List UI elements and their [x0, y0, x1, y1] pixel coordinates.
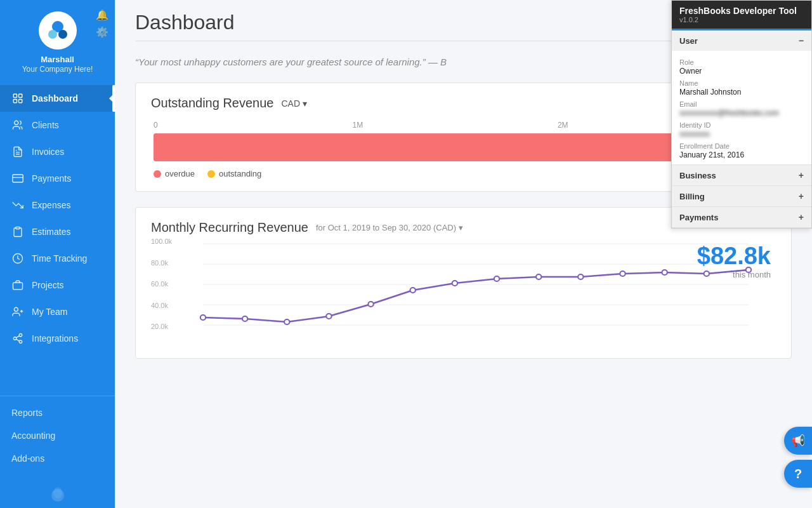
- svg-rect-14: [13, 283, 23, 290]
- svg-point-31: [200, 315, 206, 320]
- sidebar-item-reports[interactable]: Reports: [0, 401, 115, 424]
- sidebar-item-clients[interactable]: Clients: [0, 112, 115, 138]
- sidebar-item-label: Projects: [32, 280, 64, 290]
- overdue-label: overdue: [165, 169, 195, 178]
- svg-point-24: [53, 487, 62, 498]
- mrr-date-text: for Oct 1, 2019 to Sep 30, 2020 (CAD): [316, 223, 456, 232]
- dev-payments-header[interactable]: Payments +: [672, 207, 811, 227]
- dev-panel-version: v1.0.2: [679, 16, 804, 23]
- overdue-dot: [154, 170, 161, 178]
- sidebar-item-invoices[interactable]: Invoices: [0, 138, 115, 165]
- name-value: Marshall Johnston: [679, 88, 804, 97]
- sidebar-item-my-team[interactable]: My Team: [0, 298, 115, 325]
- company-logo[interactable]: [39, 11, 77, 50]
- svg-point-39: [536, 274, 541, 279]
- dev-business-label: Business: [679, 171, 716, 180]
- sidebar-item-label: Time Tracking: [32, 253, 87, 264]
- clipboard-icon: [11, 225, 24, 238]
- mrr-title: Monthly Recurring Revenue: [151, 220, 308, 235]
- sidebar-item-expenses[interactable]: Expenses: [0, 192, 115, 218]
- dev-payments-section: Payments +: [672, 207, 811, 228]
- mrr-date-range: for Oct 1, 2019 to Sep 30, 2020 (CAD) ▾: [316, 223, 463, 232]
- outstanding-revenue-title: Outstanding Revenue: [151, 96, 273, 110]
- sidebar-bottom-label: Add-ons: [11, 453, 44, 464]
- freshbooks-leaf: [0, 480, 115, 508]
- quote-text: “Your most unhappy customers are your gr…: [135, 57, 447, 67]
- settings-icon[interactable]: ⚙️: [96, 26, 108, 38]
- dev-tool-panel: FreshBooks Developer Tool v1.0.2 User − …: [671, 0, 812, 229]
- announce-fab[interactable]: 📢: [784, 427, 812, 455]
- svg-point-38: [494, 276, 499, 281]
- dev-billing-section: Billing +: [672, 186, 811, 207]
- main-nav: Dashboard Clients Invoices Payments: [0, 83, 115, 396]
- page-title: Dashboard: [135, 11, 235, 34]
- currency-label: CAD: [281, 98, 300, 109]
- svg-point-34: [326, 314, 331, 319]
- user-name: Marshall: [41, 55, 74, 65]
- sidebar-item-accounting[interactable]: Accounting: [0, 424, 115, 447]
- outstanding-label: outstanding: [219, 169, 261, 178]
- chevron-down-icon: ▾: [459, 223, 463, 232]
- company-name: Your Company Here!: [22, 65, 93, 74]
- svg-point-33: [284, 319, 289, 324]
- mrr-amount: $82.8k: [697, 243, 771, 270]
- dev-payments-label: Payments: [679, 213, 718, 222]
- sidebar-item-time-tracking[interactable]: Time Tracking: [0, 245, 115, 272]
- outstanding-dot: [207, 170, 215, 178]
- svg-point-36: [410, 288, 416, 293]
- dev-billing-header[interactable]: Billing +: [672, 186, 811, 206]
- sidebar: 🔔 ⚙️ Marshall Your Company Here! Dashboa…: [0, 0, 115, 508]
- sidebar-item-dashboard[interactable]: Dashboard: [0, 85, 115, 112]
- sidebar-item-payments[interactable]: Payments: [0, 165, 115, 192]
- enrollment-date-value: January 21st, 2016: [679, 150, 804, 159]
- help-icon: ?: [794, 467, 802, 481]
- svg-point-42: [662, 270, 667, 275]
- identity-id-label: Identity ID: [679, 121, 804, 129]
- sidebar-item-integrations[interactable]: Integrations: [0, 325, 115, 352]
- sidebar-bottom: Reports Accounting Add-ons: [0, 396, 115, 480]
- dev-panel-title: FreshBooks Developer Tool: [679, 6, 804, 16]
- svg-point-1: [48, 30, 57, 39]
- trending-down-icon: [11, 199, 24, 211]
- user-plus-icon: [11, 305, 24, 318]
- notification-icon[interactable]: 🔔: [96, 9, 108, 21]
- sidebar-item-label: Clients: [32, 120, 59, 130]
- freshbooks-logo-svg: [45, 18, 70, 43]
- sidebar-top-icons: 🔔 ⚙️: [96, 9, 108, 38]
- currency-selector[interactable]: CAD ▾: [281, 98, 307, 109]
- grid-icon: [11, 92, 24, 105]
- help-fab[interactable]: ?: [784, 460, 812, 488]
- chevron-down-icon: ▾: [303, 98, 307, 109]
- svg-line-21: [16, 339, 19, 341]
- sidebar-item-projects[interactable]: Projects: [0, 272, 115, 298]
- dev-user-content: Role Owner Name Marshall Johnston Email …: [672, 51, 811, 164]
- role-value: Owner: [679, 67, 804, 76]
- sidebar-bottom-label: Reports: [11, 408, 43, 418]
- svg-point-15: [14, 307, 18, 311]
- svg-rect-6: [19, 99, 22, 102]
- dev-user-header[interactable]: User −: [672, 30, 811, 51]
- dev-billing-label: Billing: [679, 192, 705, 201]
- dev-business-section: Business +: [672, 165, 811, 186]
- svg-rect-10: [13, 175, 23, 182]
- fab-container: 📢 ?: [784, 427, 812, 488]
- email-label: Email: [679, 100, 804, 108]
- mrr-sublabel: this month: [697, 270, 771, 279]
- briefcase-icon: [11, 279, 24, 291]
- label-1m: 1M: [352, 121, 363, 130]
- sidebar-item-estimates[interactable]: Estimates: [0, 218, 115, 245]
- svg-point-20: [19, 340, 22, 344]
- users-icon: [11, 119, 24, 131]
- dev-user-section: User − Role Owner Name Marshall Johnston…: [672, 30, 811, 165]
- svg-point-41: [620, 271, 625, 276]
- collapse-icon: −: [799, 36, 804, 46]
- dev-business-header[interactable]: Business +: [672, 165, 811, 185]
- sidebar-item-label: Estimates: [32, 227, 70, 237]
- svg-rect-4: [19, 94, 22, 97]
- sidebar-item-label: Expenses: [32, 200, 70, 210]
- share-icon: [11, 332, 24, 345]
- svg-point-37: [452, 281, 457, 286]
- enrollment-date-label: Enrollment Date: [679, 142, 804, 150]
- sidebar-item-addons[interactable]: Add-ons: [0, 447, 115, 470]
- svg-point-35: [368, 302, 373, 307]
